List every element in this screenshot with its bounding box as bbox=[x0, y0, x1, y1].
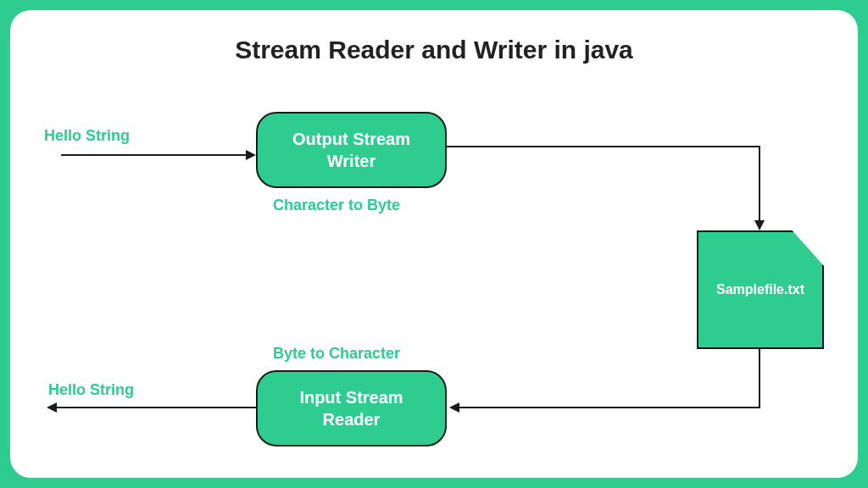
arrow-file-to-reader-v bbox=[759, 349, 760, 408]
reader-caption: Byte to Character bbox=[273, 345, 400, 363]
output-string-label: Hello String bbox=[48, 381, 134, 399]
arrow-reader-to-output bbox=[57, 407, 256, 408]
arrow-file-to-reader-h bbox=[459, 407, 760, 408]
arrow-writer-to-file-v bbox=[759, 146, 760, 222]
output-stream-writer-box: Output Stream Writer bbox=[256, 112, 447, 188]
input-string-label: Hello String bbox=[44, 127, 130, 145]
arrow-input-to-writer bbox=[61, 154, 248, 156]
diagram-title: Stream Reader and Writer in java bbox=[10, 36, 858, 64]
arrowhead-writer-to-file bbox=[754, 220, 765, 230]
diagram-card: Stream Reader and Writer in java Hello S… bbox=[10, 10, 858, 478]
file-shape: Samplefile.txt bbox=[697, 230, 824, 349]
arrowhead-reader-to-output bbox=[47, 402, 57, 413]
arrowhead-input-to-writer bbox=[246, 150, 256, 160]
input-stream-reader-box: Input Stream Reader bbox=[256, 370, 447, 446]
arrow-writer-to-file-h bbox=[447, 146, 760, 147]
writer-caption: Character to Byte bbox=[273, 197, 400, 214]
arrowhead-file-to-reader bbox=[449, 402, 459, 413]
file-label: Samplefile.txt bbox=[716, 282, 804, 297]
